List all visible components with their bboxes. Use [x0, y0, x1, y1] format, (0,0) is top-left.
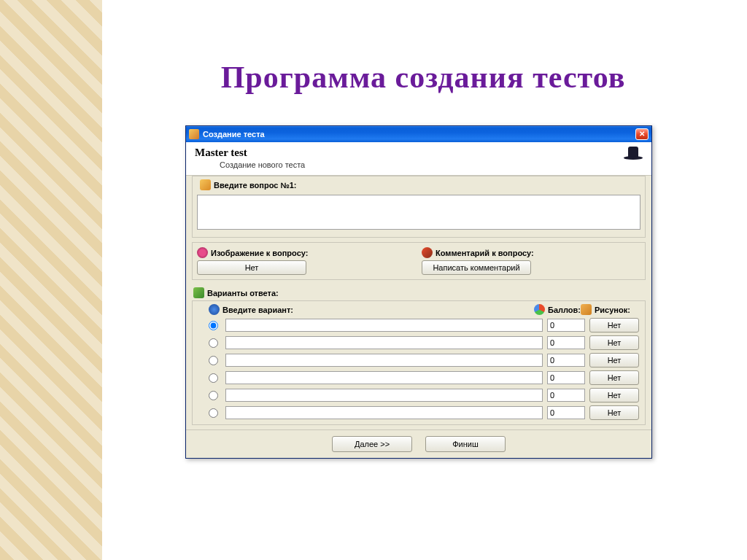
question-group: Введите вопрос №1:: [192, 176, 646, 238]
variant-input[interactable]: [225, 336, 543, 349]
comment-button[interactable]: Написать комментарий: [422, 260, 531, 275]
question-extras-group: Изображение к вопросу: Нет Комментарий к…: [192, 242, 646, 280]
score-input[interactable]: [547, 354, 585, 367]
variant-input[interactable]: [225, 406, 543, 419]
next-button[interactable]: Далее >>: [332, 436, 412, 452]
score-input[interactable]: [547, 336, 585, 349]
window-title: Создание теста: [203, 130, 265, 139]
tools-icon: [193, 287, 204, 298]
score-input[interactable]: [547, 406, 585, 419]
row-image-button[interactable]: Нет: [589, 318, 639, 332]
image-button[interactable]: Нет: [197, 260, 306, 275]
variant-input[interactable]: [225, 354, 543, 367]
row-image-button[interactable]: Нет: [589, 388, 639, 402]
header-panel: Master test Создание нового теста: [186, 142, 651, 176]
answers-group: Введите вариант: Баллов: Рисунок: НетНет…: [192, 300, 646, 425]
answer-row: Нет: [193, 404, 645, 421]
answer-radio[interactable]: [209, 391, 218, 400]
score-header: Баллов:: [548, 306, 581, 314]
variant-input[interactable]: [225, 319, 543, 332]
row-image-button[interactable]: Нет: [589, 353, 639, 368]
answer-radio[interactable]: [209, 373, 218, 383]
answers-header: Введите вариант: Баллов: Рисунок:: [193, 301, 645, 316]
wizard-hat-icon: [624, 147, 644, 163]
ball-icon: [534, 304, 545, 315]
row-image-button[interactable]: Нет: [589, 335, 639, 350]
row-image-button[interactable]: Нет: [589, 370, 639, 385]
header-title: Master test: [195, 147, 624, 159]
variant-header: Введите вариант:: [222, 306, 293, 314]
finish-button[interactable]: Финиш: [425, 436, 506, 452]
question-prompt-label: Введите вопрос №1:: [193, 176, 645, 192]
row-image-button[interactable]: Нет: [589, 405, 639, 420]
app-icon: [189, 129, 199, 139]
flower-icon: [197, 247, 208, 258]
answer-radio[interactable]: [209, 356, 218, 365]
header-subtitle: Создание нового теста: [220, 160, 624, 169]
titlebar[interactable]: Создание теста ✕: [186, 126, 651, 142]
decorative-left-stripe: [0, 0, 102, 560]
score-input[interactable]: [547, 389, 585, 402]
answer-radio[interactable]: [209, 408, 218, 418]
score-input[interactable]: [547, 319, 585, 332]
image-header: Рисунок:: [595, 306, 630, 314]
answer-row: Нет: [193, 316, 645, 334]
comment-icon: [422, 247, 433, 258]
close-button[interactable]: ✕: [635, 128, 649, 140]
image-label: Изображение к вопросу:: [197, 244, 416, 260]
question-input[interactable]: [197, 195, 640, 230]
answer-row: Нет: [193, 351, 645, 369]
dialog-window: Создание теста ✕ Master test Создание но…: [185, 125, 652, 459]
answer-radio[interactable]: [209, 321, 218, 330]
variant-input[interactable]: [225, 371, 543, 384]
people-icon: [581, 304, 592, 315]
score-input[interactable]: [547, 371, 585, 384]
pencil-icon: [200, 179, 211, 190]
answers-section-label: Варианты ответа:: [186, 284, 651, 300]
page-heading: Программа создания тестов: [124, 60, 722, 95]
star-icon: [209, 304, 220, 315]
answer-row: Нет: [193, 334, 645, 351]
answer-row: Нет: [193, 369, 645, 386]
footer-bar: Далее >> Финиш: [186, 429, 651, 458]
answer-row: Нет: [193, 386, 645, 404]
answer-radio[interactable]: [209, 338, 218, 348]
variant-input[interactable]: [225, 389, 543, 402]
comment-label: Комментарий к вопросу:: [422, 244, 640, 260]
